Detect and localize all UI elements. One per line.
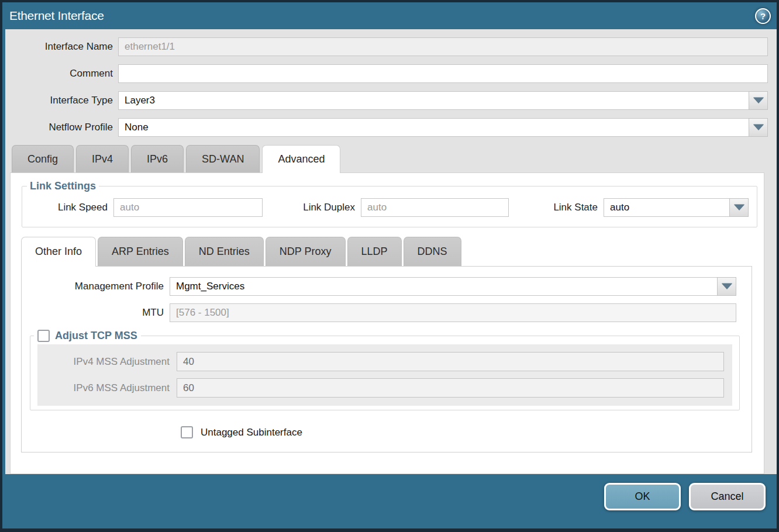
help-glyph: ? [760,11,766,21]
management-profile-row: Management Profile [22,277,736,296]
cancel-button[interactable]: Cancel [689,483,766,510]
interface-type-input[interactable] [118,91,749,110]
tab-config[interactable]: Config [12,145,74,172]
management-profile-input[interactable] [170,277,718,296]
mss-disabled-panel: IPv4 MSS Adjustment IPv6 MSS Adjustment [37,344,732,406]
dialog-titlebar: Ethernet Interface ? [2,2,777,29]
interface-type-dropdown-button[interactable] [749,91,768,110]
mtu-row: MTU [22,303,736,322]
ipv6-mss-input[interactable] [177,378,724,398]
subtab-lldp[interactable]: LLDP [347,237,402,266]
mtu-label: MTU [22,307,170,319]
ipv6-mss-row: IPv6 MSS Adjustment [37,378,724,398]
chevron-down-icon [734,205,744,210]
dialog-footer: OK Cancel [5,474,777,528]
sub-tab-bar: Other Info ARP Entries ND Entries NDP Pr… [11,237,764,266]
link-speed-label: Link Speed [22,202,113,213]
interface-name-input[interactable] [118,37,768,56]
link-duplex-label: Link Duplex [289,202,361,213]
tab-advanced[interactable]: Advanced [262,145,340,173]
adjust-tcp-mss-fieldset: Adjust TCP MSS IPv4 MSS Adjustment IPv6 … [30,330,740,410]
tab-ipv4[interactable]: IPv4 [76,145,129,172]
comment-row: Comment [5,64,768,83]
dialog-title: Ethernet Interface [9,9,104,23]
untagged-subinterface-label: Untagged Subinterface [201,427,302,438]
ipv4-mss-row: IPv4 MSS Adjustment [37,352,724,371]
management-profile-dropdown-button[interactable] [717,277,736,296]
subtab-ddns[interactable]: DDNS [404,237,461,266]
other-info-panel: Management Profile MTU Adjust TCP MSS [21,266,752,452]
link-state-dropdown-button[interactable] [729,198,749,217]
ok-button[interactable]: OK [604,483,681,510]
untagged-subinterface-checkbox[interactable] [181,426,193,438]
interface-type-row: Interface Type [5,91,768,110]
adjust-tcp-mss-label: Adjust TCP MSS [55,330,137,342]
netflow-profile-dropdown-button[interactable] [749,118,768,137]
dialog-body: Interface Name Comment Interface Type [5,29,777,528]
advanced-tab-panel: Link Settings Link Speed Link Duplex Lin… [10,172,764,474]
netflow-profile-input[interactable] [118,118,749,137]
management-profile-label: Management Profile [22,281,170,292]
ipv6-mss-label: IPv6 MSS Adjustment [37,382,177,394]
netflow-profile-row: Netflow Profile [5,118,768,137]
netflow-profile-label: Netflow Profile [5,122,118,133]
ethernet-interface-dialog: Ethernet Interface ? Interface Name Comm… [0,0,779,532]
ipv4-mss-input[interactable] [177,352,724,371]
link-state-input[interactable] [604,198,730,217]
interface-name-label: Interface Name [5,41,118,53]
subtab-arp-entries[interactable]: ARP Entries [98,237,183,266]
subtab-nd-entries[interactable]: ND Entries [185,237,264,266]
link-settings-row: Link Speed Link Duplex Link State [22,192,757,227]
mtu-input[interactable] [170,303,736,322]
untagged-subinterface-row: Untagged Subinterface [181,426,752,438]
chevron-down-icon [722,284,732,289]
link-duplex-input[interactable] [361,198,509,217]
ipv4-mss-label: IPv4 MSS Adjustment [37,356,177,368]
adjust-tcp-mss-legend: Adjust TCP MSS [34,330,141,342]
tab-sd-wan[interactable]: SD-WAN [186,145,260,172]
tab-ipv6[interactable]: IPv6 [131,145,184,172]
help-icon[interactable]: ? [755,8,771,24]
top-form: Interface Name Comment Interface Type [5,29,777,145]
interface-name-row: Interface Name [5,37,768,56]
link-state-label: Link State [545,202,604,213]
link-speed-input[interactable] [113,198,263,217]
adjust-tcp-mss-checkbox[interactable] [37,330,50,342]
subtab-other-info[interactable]: Other Info [21,237,96,267]
link-settings-legend: Link Settings [27,180,99,192]
link-settings-fieldset: Link Settings Link Speed Link Duplex Lin… [22,180,757,227]
chevron-down-icon [753,98,764,103]
subtab-ndp-proxy[interactable]: NDP Proxy [266,237,346,266]
chevron-down-icon [753,125,764,130]
comment-label: Comment [5,68,118,80]
main-tab-bar: Config IPv4 IPv6 SD-WAN Advanced [5,145,777,172]
comment-input[interactable] [118,64,768,83]
interface-type-label: Interface Type [5,95,118,106]
